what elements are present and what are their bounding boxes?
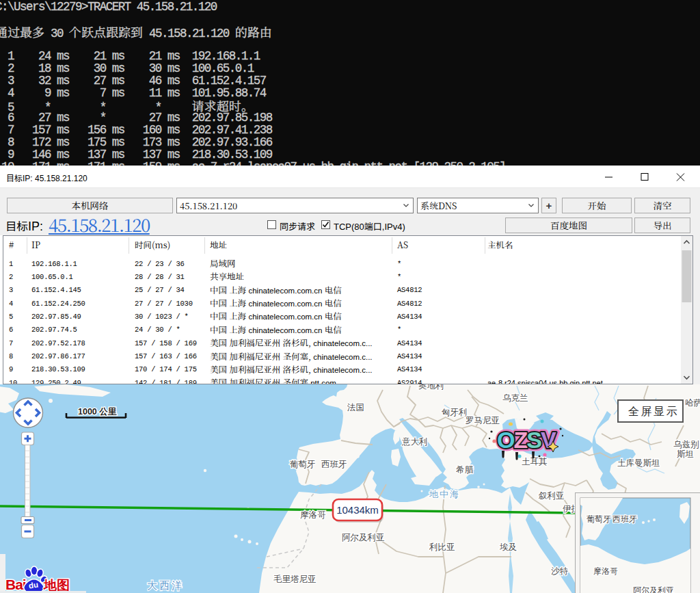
svg-text:叙利亚: 叙利亚 <box>538 491 565 501</box>
svg-text:1000 公里: 1000 公里 <box>78 407 117 417</box>
svg-text:匈牙利: 匈牙利 <box>441 408 468 417</box>
svg-text:西班牙: 西班牙 <box>612 514 637 524</box>
svg-text:阿尔及利亚: 阿尔及利亚 <box>342 533 385 542</box>
svg-text:大西洋: 大西洋 <box>147 579 184 591</box>
svg-text:意大利: 意大利 <box>401 437 428 447</box>
svg-text:毛里塔尼亚: 毛里塔尼亚 <box>273 575 317 584</box>
svg-text:OZSV: OZSV <box>497 427 556 453</box>
svg-text:奥地利: 奥地利 <box>418 384 444 391</box>
svg-text:10434km: 10434km <box>336 504 379 516</box>
svg-text:阿尔及利亚: 阿尔及利亚 <box>633 585 674 593</box>
svg-text:葡萄牙: 葡萄牙 <box>290 460 316 469</box>
svg-text:摩洛哥: 摩洛哥 <box>593 566 618 576</box>
svg-text:地中海: 地中海 <box>429 489 460 499</box>
svg-text:埃及: 埃及 <box>500 542 517 552</box>
svg-text:乌兹别: 乌兹别 <box>673 440 699 449</box>
svg-text:沙特: 沙特 <box>551 566 569 576</box>
svg-text:du: du <box>28 581 39 590</box>
svg-text:罗马尼亚: 罗马尼亚 <box>466 416 500 425</box>
svg-text:乌克兰: 乌克兰 <box>502 393 528 403</box>
svg-text:地图: 地图 <box>43 578 70 592</box>
svg-text:斯坦: 斯坦 <box>677 449 694 459</box>
svg-text:土耳其: 土耳其 <box>522 457 548 466</box>
svg-text:全屏显示: 全屏显示 <box>628 406 679 417</box>
svg-text:摩洛哥: 摩洛哥 <box>300 510 326 520</box>
svg-text:土库曼斯坦: 土库曼斯坦 <box>617 458 660 468</box>
svg-text:希腊: 希腊 <box>456 465 474 475</box>
svg-text:利比亚: 利比亚 <box>429 542 455 552</box>
svg-text:Bai: Bai <box>5 577 26 592</box>
svg-text:法国: 法国 <box>347 403 364 412</box>
svg-text:西班牙: 西班牙 <box>321 460 347 469</box>
svg-text:哈萨克: 哈萨克 <box>685 398 700 408</box>
svg-text:葡萄牙: 葡萄牙 <box>587 514 611 524</box>
